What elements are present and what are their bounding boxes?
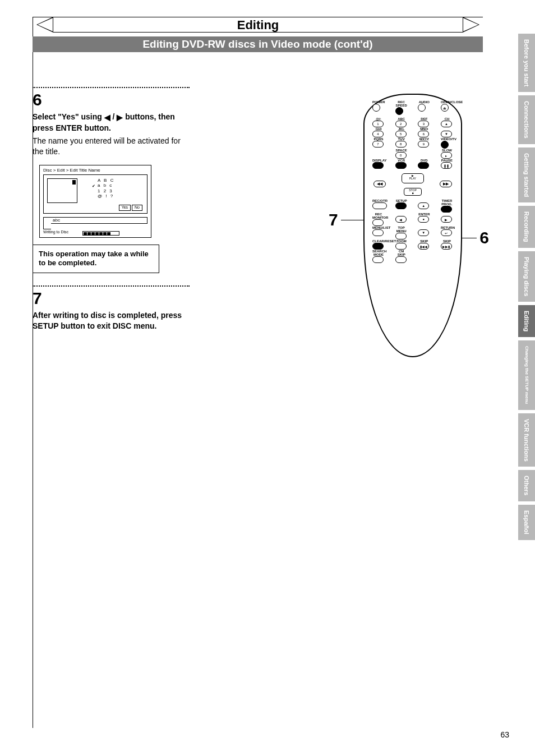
right-arrow-icon: ▶ — [117, 112, 123, 123]
osd-progress-bar — [82, 231, 119, 236]
step-7-instruction: After writing to disc is completed, pres… — [33, 310, 190, 331]
osd-yes-button[interactable]: Yes — [119, 205, 131, 210]
key-8[interactable]: 8 — [395, 141, 407, 147]
label: GHI — [372, 127, 385, 131]
video-tv-button[interactable] — [441, 141, 449, 149]
tab-recording[interactable]: Recording — [518, 206, 535, 247]
label: JKL — [395, 127, 408, 131]
key-3[interactable]: 3 — [418, 121, 429, 127]
return-button[interactable]: ↩ — [441, 229, 452, 236]
mode-abc-lower: a b c — [98, 183, 114, 188]
key-9[interactable]: 9 — [418, 141, 429, 147]
label-videotv: VIDEO/TV — [441, 137, 453, 141]
slow-button[interactable]: ▸ — [441, 152, 452, 159]
label-space: SPACE — [395, 149, 408, 152]
label-stop: STOP — [409, 188, 417, 192]
tab-before-you-start[interactable]: Before you start — [518, 34, 535, 92]
skip-next-button[interactable]: ▶▶▮ — [441, 243, 452, 250]
menu-list-button[interactable] — [372, 229, 384, 236]
remote-body: POWER REC SPEED AUDIO OPEN/CLOSE⏏ @/:1 A… — [363, 94, 462, 357]
rewind-button[interactable]: ◀◀ — [373, 181, 386, 187]
tab-vcr-functions[interactable]: VCR functions — [518, 413, 535, 467]
ch-up-button[interactable]: ▲ — [441, 121, 452, 127]
key-0[interactable]: 0 — [395, 152, 407, 159]
label-recspeed: REC SPEED — [395, 100, 408, 107]
key-6[interactable]: 6 — [418, 131, 429, 137]
osd-confirm: YesNo — [118, 205, 142, 210]
label-openclose: OPEN/CLOSE — [441, 100, 453, 104]
audio-button[interactable] — [418, 104, 426, 112]
tab-others[interactable]: Others — [518, 470, 535, 501]
steps-column: 6 Select "Yes" using ◀ / ▶ buttons, then… — [33, 87, 190, 331]
open-close-button[interactable]: ⏏ — [441, 104, 449, 112]
label: @/: — [372, 117, 385, 121]
label-searchmode: SEARCH MODE — [372, 250, 385, 256]
key-7[interactable]: 7 — [372, 141, 384, 147]
label-skip-next: SKIP — [441, 239, 453, 243]
mode-abc-upper: A B C — [98, 178, 114, 183]
step-6-instruction: Select "Yes" using ◀ / ▶ buttons, then p… — [33, 112, 190, 133]
osd-text-field: abc — [43, 217, 147, 224]
play-button[interactable]: ▶PLAY — [402, 173, 424, 183]
stop-button[interactable]: STOP■ — [404, 188, 422, 196]
enter-button[interactable]: ● — [418, 216, 429, 223]
osd-field-value: abc — [53, 218, 60, 223]
label-zoom: ZOOM — [395, 239, 408, 243]
top-menu-button[interactable] — [395, 233, 407, 239]
label: MNO — [418, 127, 430, 131]
rec-speed-button[interactable] — [395, 107, 403, 115]
tab-changing-setup[interactable]: Changing the SETUP menu — [518, 340, 535, 409]
key-4[interactable]: 4 — [372, 131, 384, 137]
label-slow: SLOW — [441, 149, 453, 152]
label: DEF — [418, 117, 430, 121]
label-vcr: VCR — [395, 159, 408, 162]
tab-connections[interactable]: Connections — [518, 95, 535, 144]
tab-getting-started[interactable]: Getting started — [518, 147, 535, 202]
left-button[interactable]: ◀ — [395, 216, 407, 223]
display-button[interactable] — [372, 162, 384, 169]
setup-button[interactable] — [395, 202, 407, 209]
key-1[interactable]: 1 — [372, 121, 384, 127]
zoom-button[interactable] — [395, 243, 407, 250]
osd-input-modes: A B C a b c 1 2 3 @ ! ? — [98, 178, 114, 199]
divider — [33, 285, 190, 287]
label-power: POWER — [372, 100, 385, 104]
page-title: Editing — [53, 17, 463, 33]
pause-button[interactable]: ❚❚ — [441, 162, 452, 169]
label-recmon: REC MONITOR — [372, 213, 385, 219]
step-6-body: The name you entered will be activated f… — [33, 136, 190, 157]
rec-monitor-button[interactable] — [372, 219, 384, 226]
label-play: PLAY — [409, 177, 416, 180]
tab-espanol[interactable]: Español — [518, 505, 535, 540]
osd-no-button[interactable]: No — [132, 205, 142, 210]
clear-reset-button[interactable] — [372, 243, 384, 250]
up-button[interactable]: ▲ — [418, 202, 429, 209]
skip-prev-button[interactable]: ▮◀◀ — [418, 243, 429, 250]
label-menulist: MENU/LIST — [372, 226, 385, 229]
rec-otr-button[interactable] — [372, 202, 387, 209]
label-recotr: REC/OTR — [372, 199, 385, 202]
dvd-button[interactable] — [418, 162, 429, 169]
right-button[interactable]: ▶ — [441, 216, 452, 223]
osd-writing-label: Writing to Disc — [43, 230, 68, 234]
fwd-button[interactable]: ▶▶ — [440, 181, 452, 187]
mode-symbols: @ ! ? — [98, 193, 114, 199]
vcr-button[interactable] — [395, 162, 407, 169]
tab-editing[interactable]: Editing — [518, 305, 535, 337]
ch-down-button[interactable]: ▼ — [441, 131, 452, 137]
timer-prog-button[interactable] — [441, 206, 452, 213]
label-cmskip: CM SKIP — [395, 250, 408, 256]
text: / — [110, 112, 117, 121]
power-button[interactable] — [372, 104, 380, 112]
key-5[interactable]: 5 — [395, 131, 407, 137]
cm-skip-button[interactable] — [395, 256, 407, 263]
section-heading: Editing DVD-RW discs in Video mode (cont… — [33, 36, 483, 52]
key-2[interactable]: 2 — [395, 121, 407, 127]
nav-cluster: ◀◀ ▶PLAY STOP■ ▶▶ — [372, 171, 453, 197]
tab-playing-discs[interactable]: Playing discs — [518, 251, 535, 302]
down-button[interactable]: ▼ — [418, 229, 429, 236]
page-number: 63 — [500, 730, 509, 739]
label: TUV — [395, 137, 408, 141]
label-clear: CLEAR/RESET — [372, 239, 385, 243]
search-mode-button[interactable] — [372, 256, 384, 263]
